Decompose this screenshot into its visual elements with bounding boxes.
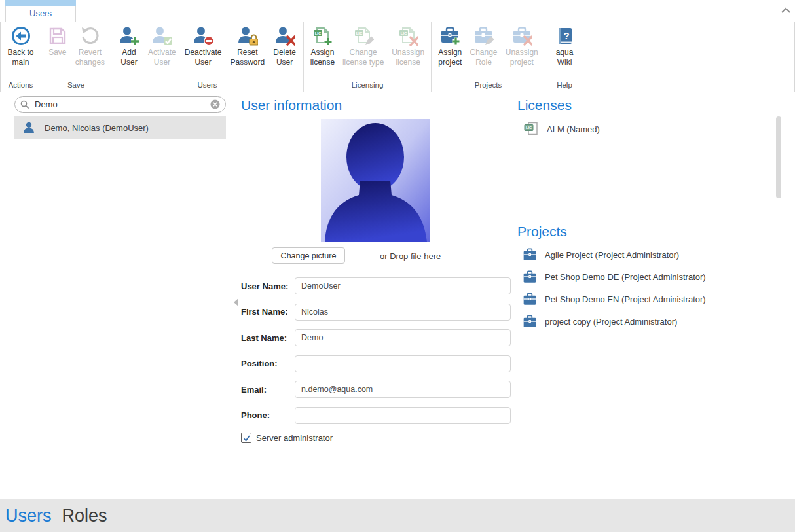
project-list-item[interactable]: project copy (Project Administrator) xyxy=(523,315,706,328)
user-information-title: User information xyxy=(241,98,342,113)
licenses-scrollbar-thumb[interactable] xyxy=(776,116,781,198)
svg-text:?: ? xyxy=(563,30,569,41)
bottom-tab-users[interactable]: Users xyxy=(5,506,52,526)
project-item-label: Pet Shop Demo EN (Project Administrator) xyxy=(545,294,706,304)
svg-text:LIC: LIC xyxy=(315,31,322,35)
position-input[interactable] xyxy=(295,355,511,372)
unassign-project-icon xyxy=(511,26,532,46)
active-tab-indicator xyxy=(5,0,76,6)
ribbon: Back tomain Actions Save xyxy=(0,22,795,92)
unassign-license-button: LIC Unassignlicense xyxy=(390,26,426,67)
last-name-label: Last Name: xyxy=(241,333,295,343)
aqua-wiki-icon: ? xyxy=(554,26,575,46)
change-picture-button[interactable]: Change picture xyxy=(272,247,345,264)
checkmark-icon xyxy=(242,434,251,442)
email-input[interactable] xyxy=(295,381,511,398)
collapse-panel-arrow[interactable] xyxy=(234,298,238,306)
user-avatar[interactable] xyxy=(321,119,430,242)
collapse-ribbon-icon[interactable] xyxy=(781,7,790,13)
ribbon-tabstrip: Users xyxy=(0,0,795,22)
clear-search-icon[interactable] xyxy=(210,99,220,109)
svg-text:LIC: LIC xyxy=(356,31,362,35)
tab-users[interactable]: Users xyxy=(5,0,76,22)
user-icon xyxy=(22,121,35,134)
activate-user-button: ActivateUser xyxy=(147,26,177,67)
project-item-label: Pet Shop Demo DE (Project Administrator) xyxy=(545,272,706,282)
group-label-actions: Actions xyxy=(1,81,41,92)
back-icon xyxy=(10,26,31,46)
change-license-type-button: LIC Changelicense type xyxy=(341,26,385,67)
search-input[interactable] xyxy=(33,99,210,110)
add-user-button[interactable]: AddUser xyxy=(117,26,141,67)
email-label: Email: xyxy=(241,385,295,395)
bottom-tab-bar: Users Roles xyxy=(0,499,795,532)
svg-text:LIC: LIC xyxy=(526,126,532,130)
svg-text:LIC: LIC xyxy=(401,31,407,35)
license-list-item[interactable]: LIC ALM (Named) xyxy=(524,121,600,137)
ribbon-group-save: Save Revertchanges Save xyxy=(41,22,111,92)
change-license-type-icon: LIC xyxy=(353,26,374,46)
phone-label: Phone: xyxy=(241,410,295,420)
ribbon-group-users: AddUser ActivateUser xyxy=(111,22,304,92)
save-button: Save xyxy=(46,26,69,58)
project-icon xyxy=(523,293,537,306)
first-name-input[interactable] xyxy=(295,304,511,321)
projects-list: Agile Project (Project Administrator) Pe… xyxy=(523,248,706,337)
aqua-wiki-button[interactable]: ? aquaWiki xyxy=(553,26,576,67)
assign-project-button[interactable]: Assignproject xyxy=(437,26,463,67)
project-list-item[interactable]: Pet Shop Demo EN (Project Administrator) xyxy=(523,293,706,306)
revert-icon xyxy=(79,26,100,46)
reset-password-icon xyxy=(237,26,258,46)
user-list-item-label: Demo, Nicolas (DemoUser) xyxy=(45,123,149,133)
project-list-item[interactable]: Pet Shop Demo DE (Project Administrator) xyxy=(523,270,706,283)
first-name-label: First Name: xyxy=(241,307,295,317)
project-item-label: Agile Project (Project Administrator) xyxy=(545,250,679,260)
revert-changes-button: Revertchanges xyxy=(74,26,106,67)
project-icon xyxy=(523,248,537,261)
delete-user-icon xyxy=(274,26,295,46)
user-name-input[interactable] xyxy=(295,277,511,294)
position-label: Position: xyxy=(241,359,295,368)
assign-license-icon: LIC xyxy=(312,26,333,46)
reset-password-button[interactable]: ResetPassword xyxy=(229,26,267,67)
deactivate-user-icon xyxy=(193,26,213,46)
project-icon xyxy=(523,315,537,328)
assign-license-button[interactable]: LIC Assignlicense xyxy=(309,26,336,67)
activate-user-icon xyxy=(151,26,172,46)
assign-project-icon xyxy=(439,26,460,46)
change-role-button: ChangeRole xyxy=(468,26,498,67)
group-label-help: Help xyxy=(545,81,583,92)
project-item-label: project copy (Project Administrator) xyxy=(545,317,677,327)
user-name-label: User Name: xyxy=(241,281,295,291)
ribbon-group-licensing: LIC Assignlicense LIC xyxy=(304,22,432,92)
ribbon-group-actions: Back tomain Actions xyxy=(1,22,41,92)
search-icon xyxy=(20,100,29,109)
back-to-main-button[interactable]: Back tomain xyxy=(6,26,35,67)
group-label-save: Save xyxy=(41,81,111,92)
group-label-users: Users xyxy=(111,81,303,92)
license-item-label: ALM (Named) xyxy=(547,124,600,134)
group-label-projects: Projects xyxy=(432,81,545,92)
server-administrator-checkbox[interactable] xyxy=(241,433,251,443)
ribbon-group-projects: Assignproject ChangeRole xyxy=(432,22,545,92)
ribbon-group-help: ? aquaWiki Help xyxy=(545,22,583,92)
bottom-tab-roles[interactable]: Roles xyxy=(62,506,107,526)
app-window: Users Back tomain Actions xyxy=(0,0,795,532)
drop-file-hint: or Drop file here xyxy=(380,251,441,261)
add-user-icon xyxy=(119,26,139,46)
project-list-item[interactable]: Agile Project (Project Administrator) xyxy=(523,248,706,261)
change-role-icon xyxy=(473,26,494,46)
group-label-licensing: Licensing xyxy=(304,81,431,92)
projects-title: Projects xyxy=(517,224,567,239)
user-form: User Name: First Name: Last Name: Positi… xyxy=(241,277,511,443)
deactivate-user-button[interactable]: DeactivateUser xyxy=(183,26,223,67)
license-icon: LIC xyxy=(524,121,538,137)
tab-users-label: Users xyxy=(6,6,75,22)
last-name-input[interactable] xyxy=(295,329,511,346)
save-icon xyxy=(47,26,68,46)
project-icon xyxy=(523,270,537,283)
licenses-title: Licenses xyxy=(517,98,572,113)
user-list-item[interactable]: Demo, Nicolas (DemoUser) xyxy=(14,116,226,139)
delete-user-button[interactable]: DeleteUser xyxy=(272,26,297,67)
phone-input[interactable] xyxy=(295,407,511,424)
